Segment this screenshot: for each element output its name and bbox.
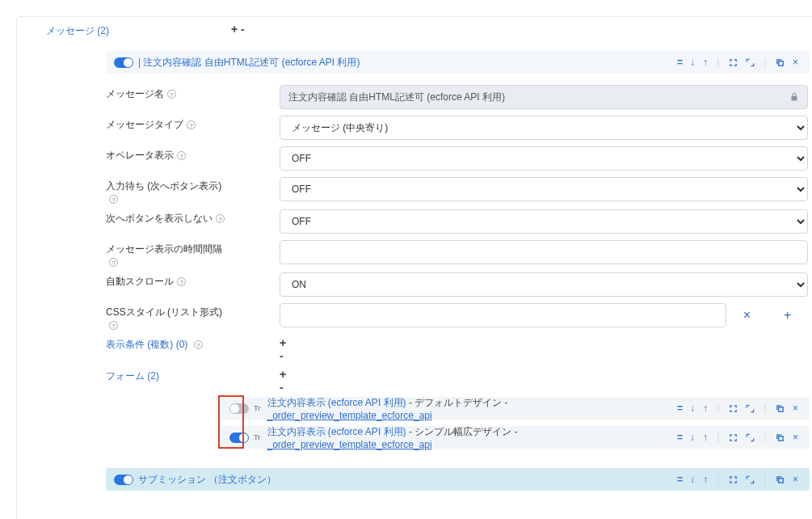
submission-bar: サブミッション （注文ボタン） ↓ ↑ ┊ ┊ × [106,468,810,491]
help-icon[interactable]: ? [187,120,196,129]
close-icon[interactable]: × [791,474,800,485]
move-down-icon[interactable]: ↓ [688,403,696,414]
separator-icon: ┊ [714,475,722,484]
code-icon[interactable] [675,57,684,68]
submission-title[interactable]: サブミッション （注文ボタン） [138,473,276,487]
submission-enabled-toggle[interactable] [114,475,133,485]
help-icon[interactable]: ? [109,258,118,267]
field-label-interval: メッセージ表示の時間間隔? [17,240,231,268]
field-label-type: メッセージタイプ? [17,116,231,132]
field-label-css: CSSスタイル (リスト形式)? [17,303,231,331]
help-icon[interactable]: ? [177,277,186,286]
code-icon[interactable] [675,403,684,414]
close-icon[interactable]: × [791,57,800,68]
copy-icon[interactable] [774,475,786,484]
message-type-select[interactable]: メッセージ (中央寄り) [280,116,808,140]
code-icon[interactable] [675,432,684,443]
expand-all-icon[interactable] [727,433,739,442]
form-section-label[interactable]: フォーム (2) [106,370,159,382]
interval-input[interactable] [280,240,808,264]
fullscreen-icon[interactable] [744,475,756,484]
close-icon[interactable]: × [791,432,800,443]
separator-icon: ┊ [761,433,769,442]
code-icon[interactable] [675,474,684,485]
form-add-remove[interactable]: + - [231,367,286,394]
help-icon[interactable]: ? [109,321,118,330]
conditions-label[interactable]: 表示条件 (複数) (0) [106,339,187,350]
move-up-icon[interactable]: ↑ [701,432,709,443]
tr-badge-icon: Tr [254,404,261,412]
field-label-wait-next: 入力待ち (次へボタン表示)? [17,177,231,205]
message-enabled-toggle[interactable] [114,57,133,68]
lock-icon [789,91,799,105]
field-label-hide-next: 次へボタンを表示しない? [17,209,231,226]
help-icon[interactable]: ? [167,90,176,99]
move-down-icon[interactable]: ↓ [688,432,696,443]
svg-rect-0 [779,61,784,65]
move-up-icon[interactable]: ↑ [701,403,709,414]
help-icon[interactable]: ? [109,195,118,204]
close-icon[interactable]: × [791,403,800,414]
help-icon[interactable]: ? [216,214,225,223]
fullscreen-icon[interactable] [744,433,756,442]
form-row: Tr 注文内容表示 (ecforce API 利用) - シンプル幅広デザイン … [221,426,810,449]
copy-icon[interactable] [774,58,786,67]
form-row-title[interactable]: 注文内容表示 (ecforce API 利用) - シンプル幅広デザイン - _… [267,425,666,450]
conditions-add-remove[interactable]: + - [231,335,286,362]
operator-display-select[interactable]: OFF [280,146,808,171]
message-name-field: 注文内容確認 自由HTML記述可 (ecforce API 利用) [280,85,808,109]
message-header-title[interactable]: | 注文内容確認 自由HTML記述可 (ecforce API 利用) [138,56,360,70]
fullscreen-icon[interactable] [744,58,756,67]
separator-icon: ┊ [761,404,769,413]
help-icon[interactable]: ? [194,340,203,349]
move-up-icon[interactable]: ↑ [701,474,709,485]
move-down-icon[interactable]: ↓ [688,57,696,68]
form-enabled-toggle[interactable] [229,432,249,443]
css-add-icon[interactable]: + [768,308,808,323]
svg-rect-3 [779,478,784,483]
form-enabled-toggle[interactable] [229,403,249,414]
css-style-input[interactable] [280,303,726,327]
wait-next-select[interactable]: OFF [280,177,808,201]
separator-icon: ┊ [714,58,722,67]
tr-badge-icon: Tr [254,433,261,441]
move-down-icon[interactable]: ↓ [688,474,696,485]
message-header-bar: | 注文内容確認 自由HTML記述可 (ecforce API 利用) ↓ ↑ … [106,51,810,74]
copy-icon[interactable] [774,433,786,442]
messages-add-remove[interactable]: + - [231,22,280,36]
svg-rect-1 [779,407,784,411]
move-up-icon[interactable]: ↑ [701,57,709,68]
separator-icon: ┊ [761,475,769,484]
autoscroll-select[interactable]: ON [280,272,808,297]
separator-icon: ┊ [714,404,722,413]
copy-icon[interactable] [774,404,786,413]
form-row-title[interactable]: 注文内容表示 (ecforce API 利用) - デフォルトデザイン - _o… [267,396,666,421]
field-label-autoscroll: 自動スクロール? [17,272,231,289]
separator-icon: ┊ [714,433,722,442]
form-row: Tr 注文内容表示 (ecforce API 利用) - デフォルトデザイン -… [221,397,810,420]
separator-icon: ┊ [761,58,769,67]
messages-section-label[interactable]: メッセージ (2) [46,25,109,36]
expand-all-icon[interactable] [727,58,739,67]
help-icon[interactable]: ? [177,151,186,160]
fullscreen-icon[interactable] [744,404,756,413]
field-label-name: メッセージ名? [17,85,231,101]
field-label-operator: オペレータ表示? [17,146,231,162]
svg-rect-2 [779,436,784,441]
css-remove-icon[interactable]: × [726,308,767,323]
expand-all-icon[interactable] [727,475,739,484]
expand-all-icon[interactable] [727,404,739,413]
hide-next-select[interactable]: OFF [280,209,808,234]
